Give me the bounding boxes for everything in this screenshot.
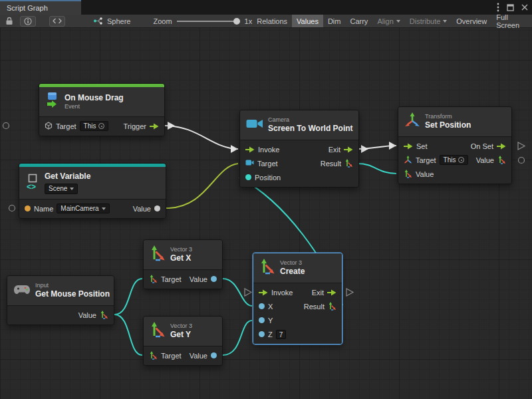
graph-target-breadcrumb[interactable]: Sphere [93, 17, 130, 25]
relations-button[interactable]: Relations [252, 15, 292, 27]
port-value[interactable]: Value [190, 275, 217, 283]
align-dropdown[interactable]: Align [372, 15, 404, 27]
z-value-field[interactable]: 7 [276, 330, 287, 339]
flow-arrow-icon [404, 143, 413, 150]
port-invoke[interactable]: Invoke [259, 289, 293, 297]
port-value[interactable]: Value [133, 205, 160, 213]
port-x[interactable]: X [259, 303, 273, 311]
port-name[interactable]: Name MainCamera [25, 203, 110, 213]
port-label: Trigger [124, 122, 146, 130]
node-create-vector3[interactable]: Vector 3 Create Invoke Exit [253, 253, 342, 344]
port-row: Target This Value [398, 153, 511, 167]
chevron-down-icon [396, 20, 400, 23]
node-get-x[interactable]: Vector 3 Get X Target Value [143, 239, 223, 289]
chevron-down-icon [443, 20, 447, 23]
node-subtitle: Event [65, 103, 124, 110]
port-transform-target[interactable]: Target This [404, 155, 468, 165]
wire-result-to-value[interactable] [358, 164, 396, 174]
info-icon [24, 17, 32, 25]
node-screen-to-world-point[interactable]: Camera Screen To World Point Invoke Exit [239, 110, 359, 188]
port-position[interactable]: Position [245, 174, 281, 182]
port-label: Exit [329, 146, 340, 154]
port-trigger[interactable]: Trigger [124, 122, 159, 130]
port-row: Target Value [144, 348, 222, 362]
port-camera-target[interactable]: Target [245, 159, 278, 168]
variable-name-dropdown[interactable]: MainCamera [57, 203, 109, 213]
values-button[interactable]: Values [292, 15, 323, 27]
zoom-slider-track[interactable] [177, 21, 240, 22]
wire-mouse-to-gety[interactable] [114, 315, 142, 355]
object-picker-icon[interactable] [458, 157, 464, 163]
vector3-port-icon [149, 275, 158, 283]
wire-trigger-to-invoke[interactable] [165, 126, 238, 149]
port-z[interactable]: Z 7 [259, 330, 286, 339]
port-value[interactable]: Value [190, 352, 217, 360]
variable-scope-dropdown[interactable]: Scene [45, 184, 78, 194]
overview-button[interactable]: Overview [452, 15, 491, 27]
float-dot-icon [259, 303, 265, 309]
distribute-dropdown[interactable]: Distribute [405, 15, 452, 27]
target-this-chip[interactable]: This [440, 155, 469, 165]
wire-arrowhead-icon [231, 145, 238, 153]
maximize-icon[interactable] [507, 4, 514, 11]
flow-arrow-icon [245, 146, 255, 153]
port-value[interactable]: Value [78, 311, 108, 319]
menu-icon[interactable] [497, 3, 499, 12]
port-target[interactable]: Target [149, 275, 182, 283]
wire-variable-to-target[interactable] [166, 164, 238, 208]
port-value-out[interactable]: Value [476, 156, 506, 164]
node-get-mouse-position[interactable]: Input Get Mouse Position Value [7, 275, 114, 325]
lock-icon[interactable] [5, 17, 13, 25]
node-type: Input [35, 282, 110, 289]
node-set-position[interactable]: Transform Set Position Set On Set [398, 106, 512, 184]
target-this-chip[interactable]: This [80, 121, 109, 131]
carry-button[interactable]: Carry [345, 15, 372, 27]
port-invoke[interactable]: Invoke [245, 146, 279, 154]
port-row: Value [398, 167, 511, 181]
zoom-slider[interactable] [177, 17, 240, 25]
vector3-port-icon [497, 156, 506, 164]
port-target[interactable]: Target This [45, 121, 108, 131]
node-type: Vector 3 [170, 246, 192, 253]
port-result[interactable]: Result [321, 159, 353, 168]
port-target[interactable]: Target [149, 351, 182, 360]
port-label: On Set [471, 142, 493, 150]
object-picker-icon[interactable] [98, 123, 104, 129]
port-y[interactable]: Y [259, 317, 273, 325]
port-value-in[interactable]: Value [404, 170, 434, 178]
node-type: Vector 3 [280, 259, 305, 267]
flow-arrow-icon [344, 146, 353, 153]
tab-script-graph[interactable]: Script Graph [0, 0, 81, 15]
wire-getx-to-x[interactable] [223, 279, 252, 306]
camera-port-icon [245, 159, 254, 168]
port-on-set[interactable]: On Set [471, 142, 506, 150]
wire-arrowhead-icon [168, 122, 175, 130]
port-row: Value [7, 308, 114, 322]
dim-button[interactable]: Dim [323, 15, 346, 27]
gamepad-icon [13, 284, 31, 298]
port-result[interactable]: Result [304, 302, 336, 311]
node-get-y[interactable]: Vector 3 Get Y Target Value [143, 316, 223, 366]
graph-canvas[interactable]: On Mouse Drag Event Target This [0, 28, 532, 399]
node-get-variable[interactable]: <> Get Variable Scene Name Mai [19, 163, 166, 219]
port-label: Y [268, 317, 273, 325]
port-exit[interactable]: Exit [312, 289, 336, 297]
graph-icon [93, 17, 103, 25]
full-screen-button[interactable]: Full Screen [491, 15, 532, 27]
port-set[interactable]: Set [404, 142, 428, 150]
zoom-slider-handle[interactable] [233, 18, 240, 25]
vector3-icon [259, 259, 275, 277]
info-button[interactable] [20, 16, 36, 27]
node-title: Create [280, 267, 305, 276]
port-exit[interactable]: Exit [329, 146, 353, 154]
flow-arrow-icon [497, 143, 506, 150]
code-preview-button[interactable] [49, 16, 65, 27]
node-type: Vector 3 [170, 323, 192, 330]
node-on-mouse-drag[interactable]: On Mouse Drag Event Target This [39, 83, 165, 136]
wire-gety-to-y[interactable] [223, 321, 252, 355]
variable-icon: <> [25, 173, 40, 193]
port-indicator-icon [9, 205, 15, 211]
transform-port-icon [404, 156, 412, 164]
close-icon[interactable] [521, 4, 528, 11]
wire-mouse-to-getx[interactable] [114, 279, 142, 315]
